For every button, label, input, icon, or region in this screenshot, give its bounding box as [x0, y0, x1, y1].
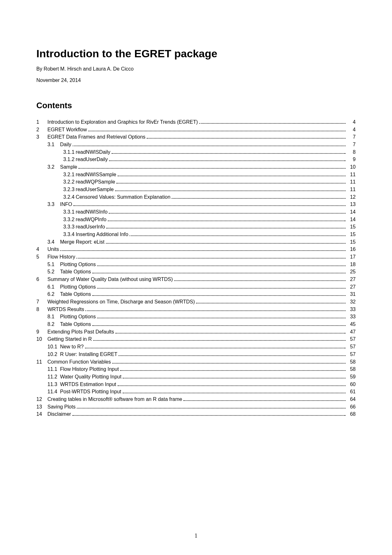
toc-subsubsection-number: 3.2.4	[63, 193, 75, 201]
toc-entry: 8WRTDS Results33	[36, 306, 356, 313]
toc-leader-dots	[147, 138, 346, 139]
toc-label: Post-WRTDS Plotting Input	[60, 388, 121, 396]
toc-entry: 10Getting Started in R57	[36, 335, 356, 343]
toc-page-number: 13	[347, 201, 356, 208]
toc-leader-dots	[112, 153, 346, 154]
toc-label: R User: Installing EGRET	[60, 351, 117, 358]
toc-subsubsection-number: 3.3.4	[63, 231, 75, 238]
toc-page-number: 4	[347, 118, 356, 126]
toc-label: Sample	[60, 163, 77, 171]
toc-subsubsection-number: 3.1.2	[63, 156, 75, 163]
toc-section-number: 5.2	[47, 268, 60, 276]
toc-subsubsection-number: 3.1.1	[63, 148, 75, 156]
toc-leader-dots	[106, 243, 346, 244]
toc-chapter-number: 10	[36, 335, 47, 343]
toc-entry: 3.2.2readWQPSample11	[36, 178, 356, 186]
toc-entry: 11.4Post-WRTDS Plotting Input61	[36, 388, 356, 396]
toc-label: Censored Values: Summation Explanation	[76, 193, 170, 201]
toc-leader-dots	[183, 400, 346, 401]
toc-subsubsection-number: 3.2.3	[63, 186, 75, 193]
toc-chapter-number: 5	[36, 253, 47, 261]
toc-entry: 9Extending Plots Past Defaults47	[36, 328, 356, 336]
toc-page-number: 7	[347, 141, 356, 148]
toc-leader-dots	[109, 160, 346, 161]
toc-section-number: 11.2	[47, 373, 60, 381]
toc-entry: 11.3WRTDS Estimation Input60	[36, 381, 356, 388]
toc-entry: 1Introduction to Exploration and Graphic…	[36, 118, 356, 126]
toc-chapter-number: 2	[36, 126, 47, 134]
toc-chapter-number: 1	[36, 118, 47, 126]
toc-chapter-number: 12	[36, 396, 47, 403]
toc-label: readWQPInfo	[76, 216, 107, 223]
toc-label: Daily	[60, 141, 71, 148]
toc-leader-dots	[92, 295, 346, 296]
toc-chapter-number: 13	[36, 403, 47, 411]
toc-page-number: 58	[347, 365, 356, 373]
toc-label: readUserDaily	[76, 156, 108, 163]
toc-entry: 10.1New to R?57	[36, 343, 356, 351]
toc-page-number: 60	[347, 381, 356, 388]
toc-leader-dots	[78, 168, 346, 169]
toc-entry: 11Common Function Variables58	[36, 358, 356, 366]
toc-entry: 10.2R User: Installing EGRET57	[36, 351, 356, 358]
toc-entry: 3.1.2readUserDaily9	[36, 156, 356, 163]
toc-chapter-number: 7	[36, 298, 47, 306]
toc-entry: 3.2Sample10	[36, 163, 356, 171]
toc-chapter-number: 14	[36, 410, 47, 418]
toc-label: Merge Report: eList	[60, 238, 105, 246]
toc-page-number: 27	[347, 276, 356, 283]
toc-entry: 11.2Water Quality Plotting Input59	[36, 373, 356, 381]
toc-page-number: 11	[347, 178, 356, 186]
toc-section-number: 3.3	[47, 201, 60, 208]
byline: By Robert M. Hirsch and Laura A. De Cicc…	[36, 66, 356, 72]
toc-chapter-number: 4	[36, 246, 47, 253]
toc-label: Table Options	[60, 321, 91, 328]
toc-label: readNWISDaily	[76, 148, 110, 156]
toc-label: Saving Plots	[47, 403, 76, 411]
toc-entry: 3.2.3readUserSample11	[36, 186, 356, 193]
toc-leader-dots	[77, 408, 346, 408]
toc-page-number: 12	[347, 193, 356, 201]
toc-section-number: 3.1	[47, 141, 60, 148]
toc-entry: 8.1Plotting Options33	[36, 313, 356, 321]
toc-entry: 5.1Plotting Options18	[36, 261, 356, 268]
toc-page-number: 15	[347, 238, 356, 246]
toc-leader-dots	[85, 310, 346, 311]
toc-chapter-number: 3	[36, 133, 47, 141]
toc-leader-dots	[172, 198, 346, 199]
toc-label: readWQPSample	[76, 178, 115, 186]
toc-entry: 3.1Daily7	[36, 141, 356, 148]
toc-label: Water Quality Plotting Input	[60, 373, 121, 381]
toc-leader-dots	[112, 363, 346, 364]
toc-subsubsection-number: 3.3.3	[63, 223, 75, 231]
toc-leader-dots	[108, 221, 346, 221]
toc-label: EGRET Data Frames and Retrieval Options	[47, 133, 145, 141]
toc-chapter-number: 9	[36, 328, 47, 336]
toc-leader-dots	[119, 355, 346, 356]
toc-leader-dots	[174, 280, 346, 281]
toc-entry: 3EGRET Data Frames and Retrieval Options…	[36, 133, 356, 141]
toc-label: INFO	[60, 201, 72, 208]
toc-label: WRTDS Results	[47, 306, 84, 313]
toc-page-number: 27	[347, 283, 356, 291]
toc-leader-dots	[115, 333, 346, 334]
toc-entry: 6Summary of Water Quality Data (without …	[36, 276, 356, 283]
toc-page-number: 18	[347, 261, 356, 268]
toc-subsubsection-number: 3.3.2	[63, 216, 75, 223]
toc-label: readNWISInfo	[76, 208, 107, 216]
toc-page-number: 58	[347, 358, 356, 366]
toc-leader-dots	[123, 378, 346, 378]
toc-entry: 11.1Flow History Plotting Input58	[36, 365, 356, 373]
toc-section-number: 3.2	[47, 163, 60, 171]
toc-label: Flow History	[47, 253, 75, 261]
toc-entry: 3.2.4Censored Values: Summation Explanat…	[36, 193, 356, 201]
toc-entry: 13Saving Plots66	[36, 403, 356, 411]
toc-section-number: 6.1	[47, 283, 60, 291]
toc-label: Table Options	[60, 290, 91, 298]
toc-leader-dots	[77, 258, 346, 259]
toc-page-number: 57	[347, 351, 356, 358]
toc-entry: 6.2Table Options31	[36, 290, 356, 298]
toc-page-number: 11	[347, 186, 356, 193]
toc-section-number: 6.2	[47, 290, 60, 298]
toc-leader-dots	[97, 318, 346, 318]
